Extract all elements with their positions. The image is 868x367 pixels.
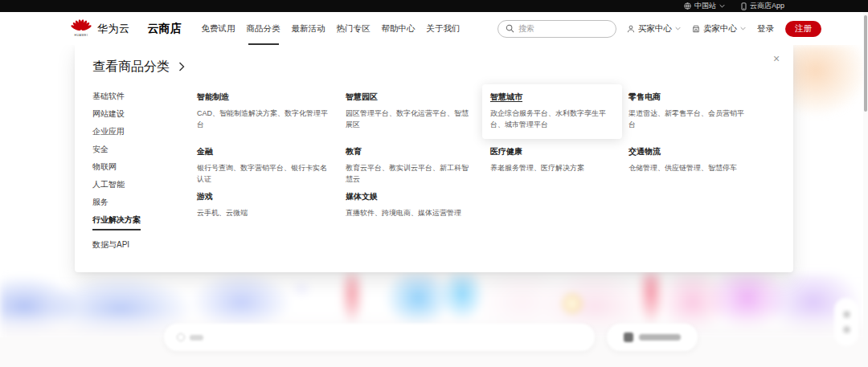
toolbar-icon <box>843 311 850 318</box>
register-button[interactable]: 注册 <box>785 21 821 37</box>
sidebar-item-basic-software[interactable]: 基础软件 <box>92 92 197 101</box>
buyer-center-label: 买家中心 <box>638 23 672 35</box>
megamenu-title: 查看商品分类 <box>92 59 170 75</box>
category-megamenu: × 查看商品分类 基础软件 网站建设 企业应用 安全 物联网 人工智能 服务 行… <box>75 45 793 272</box>
region-label: 中国站 <box>694 1 716 11</box>
app-link[interactable]: 云商店App <box>741 1 784 11</box>
toolbar-icon <box>843 326 850 333</box>
search-input[interactable] <box>518 24 608 33</box>
chevron-right-icon <box>178 60 185 75</box>
globe-icon <box>684 2 691 10</box>
blurred-button-icon <box>624 332 633 342</box>
sidebar-item-industry-solutions[interactable]: 行业解决方案 <box>92 215 197 230</box>
blurred-button-label <box>639 334 681 340</box>
hero-orange-glow <box>792 45 868 169</box>
nav-item-latest-events[interactable]: 最新活动 <box>286 12 331 45</box>
category-gaming[interactable]: 游戏 云手机、云微端 <box>197 191 346 218</box>
category-smart-manufacturing[interactable]: 智能制造 CAD、智能制造解决方案、数字化管理平台 <box>197 92 346 130</box>
chevron-down-icon <box>740 27 746 31</box>
user-icon <box>627 25 635 33</box>
header-right: 买家中心 卖家中心 登录 注册 <box>627 21 821 37</box>
nav-item-hot-zone[interactable]: 热门专区 <box>331 12 376 45</box>
app-link-label: 云商店App <box>750 1 784 11</box>
header-search[interactable] <box>497 20 616 38</box>
sidebar-item-iot[interactable]: 物联网 <box>92 162 197 172</box>
sidebar-item-data-api[interactable]: 数据与API <box>92 240 197 250</box>
blurred-placeholder-text <box>190 335 203 340</box>
category-retail-ecommerce[interactable]: 零售电商 渠道雷达、新零售平台、会员营销平台 <box>628 92 765 130</box>
view-all-categories-link[interactable]: 查看商品分类 <box>92 59 185 75</box>
nav-item-about-us[interactable]: 关于我们 <box>421 12 466 45</box>
header: HUAWEI 华为云 云商店 免费试用 商品分类 最新活动 热门专区 帮助中心 … <box>0 12 868 45</box>
topbar: 中国站 云商店App <box>0 0 868 12</box>
nav-item-free-trial[interactable]: 免费试用 <box>196 12 241 45</box>
buyer-center-menu[interactable]: 买家中心 <box>627 23 681 35</box>
floating-side-toolbar[interactable] <box>834 298 858 346</box>
region-selector[interactable]: 中国站 <box>684 1 725 11</box>
category-smart-campus[interactable]: 智慧园区 园区管理平台、数字化运营平台、智慧展区 <box>346 92 490 130</box>
main-nav: 免费试用 商品分类 最新活动 热门专区 帮助中心 关于我们 <box>196 12 466 45</box>
search-icon <box>177 333 185 341</box>
category-media-entertainment[interactable]: 媒体文娱 直播软件、跨境电商、媒体运营管理 <box>346 191 490 218</box>
phone-icon <box>741 2 747 10</box>
store-name[interactable]: 云商店 <box>148 22 182 36</box>
hero-action-button[interactable] <box>607 324 698 351</box>
chevron-down-icon <box>675 27 681 31</box>
seller-center-label: 卖家中心 <box>703 23 737 35</box>
nav-item-categories[interactable]: 商品分类 <box>241 12 286 45</box>
sidebar-item-services[interactable]: 服务 <box>92 198 197 207</box>
category-smart-city[interactable]: 智慧城市 政企综合服务平台、水利数字孪生平台、城市管理平台 <box>482 84 622 139</box>
sidebar-item-ai[interactable]: 人工智能 <box>92 180 197 190</box>
category-grid: 智能制造 CAD、智能制造解决方案、数字化管理平台 智慧园区 园区管理平台、数字… <box>197 92 779 258</box>
nav-item-help-center[interactable]: 帮助中心 <box>376 12 421 45</box>
svg-text:HUAWEI: HUAWEI <box>74 33 88 36</box>
store-icon <box>692 25 700 33</box>
category-finance[interactable]: 金融 银行号查询、数字营销平台、银行卡实名认证 <box>197 146 346 185</box>
seller-center-menu[interactable]: 卖家中心 <box>692 23 746 35</box>
scrollbar-thumb[interactable] <box>864 15 867 112</box>
sidebar-item-security[interactable]: 安全 <box>92 145 197 154</box>
sidebar-item-website-building[interactable]: 网站建设 <box>92 109 197 119</box>
login-link[interactable]: 登录 <box>757 23 774 35</box>
category-transport-logistics[interactable]: 交通物流 仓储管理、供应链管理、智慧停车 <box>628 146 765 173</box>
sidebar-item-enterprise-apps[interactable]: 企业应用 <box>92 127 197 137</box>
search-icon <box>506 22 514 36</box>
chevron-down-icon <box>719 4 725 8</box>
close-icon[interactable]: × <box>770 52 783 65</box>
megamenu-body: 基础软件 网站建设 企业应用 安全 物联网 人工智能 服务 行业解决方案 数据与… <box>92 92 779 258</box>
category-healthcare[interactable]: 医疗健康 养老服务管理、医疗解决方案 <box>490 146 628 173</box>
hero-search-input[interactable] <box>164 324 595 351</box>
brand[interactable]: HUAWEI 华为云 云商店 <box>71 18 182 40</box>
huawei-logo: HUAWEI <box>71 18 92 40</box>
category-sidebar: 基础软件 网站建设 企业应用 安全 物联网 人工智能 服务 行业解决方案 数据与… <box>92 92 197 258</box>
category-education[interactable]: 教育 教育云平台、教实训云平台、新工科智慧云 <box>346 146 490 185</box>
scrollbar-track[interactable] <box>863 12 868 367</box>
brand-name[interactable]: 华为云 <box>97 22 130 36</box>
